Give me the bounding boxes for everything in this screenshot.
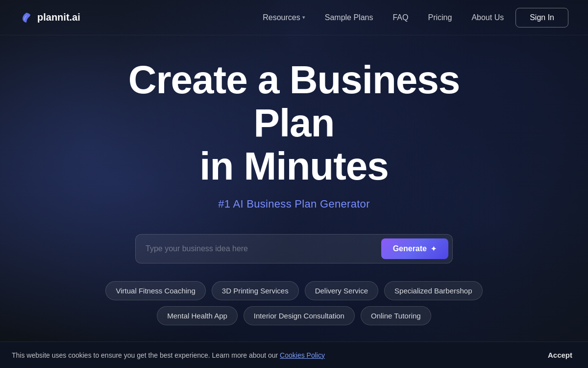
- navbar: plannit.ai Resources ▾ Sample Plans FAQ …: [0, 0, 588, 35]
- nav-links: Resources ▾ Sample Plans FAQ Pricing Abo…: [255, 8, 568, 27]
- search-container: Generate ✦: [135, 234, 453, 263]
- generate-button[interactable]: Generate ✦: [381, 238, 448, 259]
- nav-faq[interactable]: FAQ: [385, 9, 416, 26]
- cookie-banner: This website uses cookies to ensure you …: [0, 342, 588, 368]
- chip-virtual-fitness[interactable]: Virtual Fitness Coaching: [105, 281, 205, 300]
- hero-title: Create a Business Planin Minutes: [98, 58, 490, 188]
- hero-subtitle: #1 AI Business Plan Generator: [218, 198, 370, 210]
- logo[interactable]: plannit.ai: [20, 11, 80, 25]
- chip-mental-health[interactable]: Mental Health App: [157, 306, 238, 325]
- chip-3d-printing[interactable]: 3D Printing Services: [212, 281, 299, 300]
- chevron-down-icon: ▾: [302, 14, 305, 21]
- nav-pricing[interactable]: Pricing: [420, 9, 460, 26]
- chips-row-2: Mental Health App Interior Design Consul…: [157, 306, 431, 325]
- accept-button[interactable]: Accept: [544, 349, 576, 361]
- hero-section: Create a Business Planin Minutes #1 AI B…: [0, 35, 588, 368]
- chips-container: Virtual Fitness Coaching 3D Printing Ser…: [105, 281, 482, 325]
- logo-icon: [20, 11, 33, 25]
- chip-barbershop[interactable]: Specialized Barbershop: [384, 281, 482, 300]
- nav-about[interactable]: About Us: [464, 9, 512, 26]
- sparkle-icon: ✦: [431, 245, 437, 253]
- search-input[interactable]: [146, 240, 381, 257]
- generate-label: Generate: [393, 244, 427, 253]
- signin-button[interactable]: Sign In: [515, 8, 568, 27]
- logo-text: plannit.ai: [37, 12, 80, 23]
- cookies-policy-link[interactable]: Cookies Policy: [280, 351, 325, 359]
- chip-online-tutoring[interactable]: Online Tutoring: [361, 306, 431, 325]
- nav-sample-plans[interactable]: Sample Plans: [317, 9, 381, 26]
- chip-delivery-service[interactable]: Delivery Service: [305, 281, 378, 300]
- chips-row-1: Virtual Fitness Coaching 3D Printing Ser…: [105, 281, 482, 300]
- nav-resources[interactable]: Resources ▾: [255, 9, 313, 26]
- cookie-message: This website uses cookies to ensure you …: [12, 351, 325, 359]
- chip-interior-design[interactable]: Interior Design Consultation: [244, 306, 355, 325]
